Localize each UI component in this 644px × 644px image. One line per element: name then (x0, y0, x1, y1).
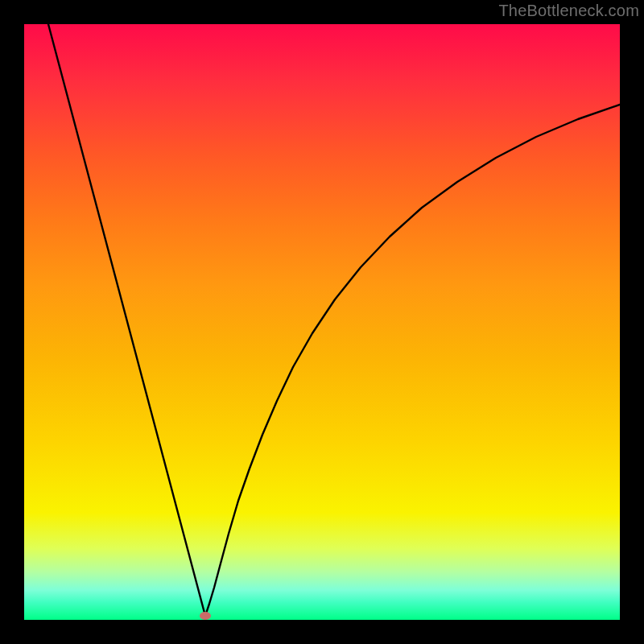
optimal-dot (200, 612, 211, 620)
curve-path (48, 24, 620, 616)
watermark-label: TheBottleneck.com (498, 2, 639, 20)
chart-area (24, 24, 620, 620)
bottleneck-curve (24, 24, 620, 620)
